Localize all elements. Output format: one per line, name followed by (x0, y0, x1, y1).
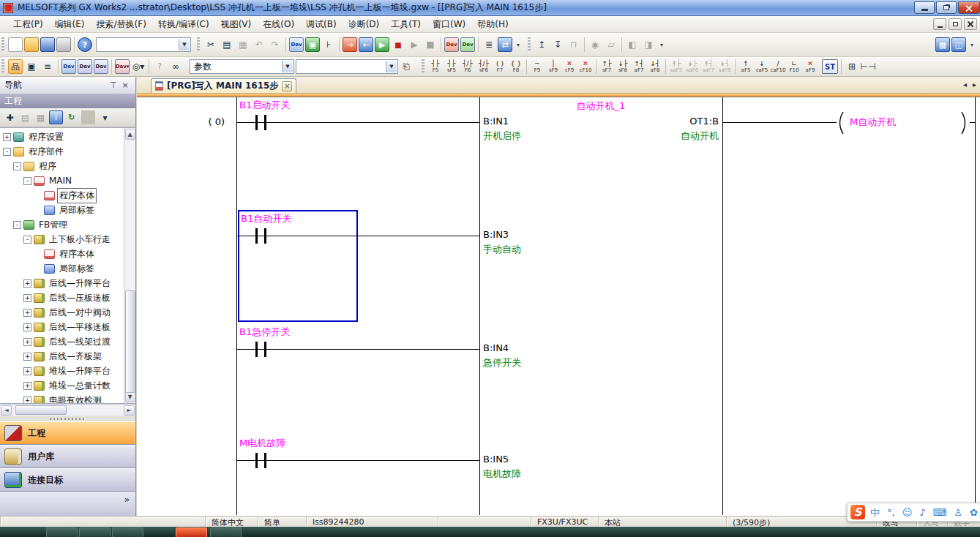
ladder-symbol-button[interactable]: ┤/├sF6 (476, 58, 492, 76)
help-context-icon[interactable]: ? (152, 59, 167, 74)
mic-icon[interactable]: ♪ (919, 508, 925, 517)
toolbar-overflow-icon[interactable]: ▾ (514, 37, 523, 52)
sogou-logo-icon[interactable]: S (850, 505, 865, 519)
fb-instance-title[interactable]: 自动开机_1 (479, 100, 722, 112)
menu-item[interactable]: 调试(B) (300, 16, 343, 33)
tree-expander[interactable]: + (23, 353, 31, 361)
keyboard-icon[interactable]: ⌨ (933, 508, 947, 517)
paste-data-icon[interactable]: ▦ (34, 110, 48, 124)
statement-list-icon[interactable]: ≡ (40, 59, 55, 74)
ladder-symbol-button[interactable] (526, 59, 527, 74)
ladder-symbol-button[interactable]: ↑aF5 (738, 58, 754, 76)
ladder-find-icon[interactable]: ▣ (305, 37, 320, 52)
ladder-symbol-button[interactable]: ↑├sF7 (599, 58, 615, 76)
tree-item[interactable]: - MAIN (0, 173, 124, 188)
tree-item[interactable]: + 后线—升降平台 (0, 276, 124, 290)
edit-line-up-icon[interactable]: ↥ (534, 37, 549, 52)
secondary-combo[interactable]: ▼ (296, 59, 398, 74)
label-window-icon[interactable]: ◫ (951, 37, 966, 52)
tab-scroll-left-icon[interactable]: ◂ (963, 80, 967, 89)
tree-expander[interactable]: + (23, 367, 31, 375)
toolbar-grip[interactable] (422, 59, 424, 74)
ladder-symbol-button[interactable]: ↑┤aF7 (631, 58, 647, 76)
close-button[interactable] (958, 1, 980, 14)
sort-menu-icon[interactable]: ▾ (98, 110, 112, 124)
menu-item[interactable]: 帮助(H) (471, 16, 514, 33)
contact-label[interactable]: B1急停开关 (239, 326, 290, 338)
tree-expander[interactable]: + (3, 133, 11, 141)
ladder-symbol-button[interactable]: ↡├saF6 (684, 58, 700, 76)
tree-item[interactable]: 局部标签 (0, 203, 124, 217)
fb-input-label[interactable]: B:IN3 (483, 229, 509, 241)
panel-collapse-row[interactable]: » (0, 492, 135, 516)
tab-main-program[interactable]: [PRG]写入 MAIN 1615步 × (151, 78, 296, 93)
ladder-symbol-button[interactable]: ↟├saF5 (668, 58, 684, 76)
device-display-menu-icon[interactable]: Dev▾ (115, 59, 130, 74)
toolbar-grip[interactable] (197, 37, 200, 52)
tree-horizontal-scrollbar[interactable]: ◄ ► (0, 404, 135, 416)
menu-item[interactable]: 转换/编译(C) (152, 16, 215, 33)
help-about-icon[interactable]: ? (78, 37, 92, 52)
taskbar-button[interactable] (112, 527, 143, 537)
zoom-comment-icon[interactable]: ◨ (641, 37, 656, 52)
device-registration-icon[interactable]: Dev (460, 37, 475, 52)
tree-item[interactable]: 局部标签 (0, 261, 124, 276)
scroll-right-icon[interactable]: ► (124, 405, 135, 416)
tree-item[interactable]: + 后线—线架过渡 (0, 334, 124, 349)
redo-icon[interactable]: ↷ (268, 37, 283, 52)
scrollbar-thumb[interactable] (15, 405, 67, 415)
ladder-symbol-button[interactable]: ─F9 (529, 58, 545, 76)
tree-item[interactable]: 程序本体 (0, 188, 124, 203)
tree-expander[interactable] (34, 265, 42, 273)
tree-item[interactable]: + 后线—压板送板 (0, 290, 124, 305)
scrollbar-thumb[interactable] (125, 290, 135, 393)
copy-data-icon[interactable]: ▤ (18, 110, 32, 124)
tree-expander[interactable]: - (13, 221, 21, 229)
punctuation-icon[interactable]: °, (887, 508, 895, 517)
menu-item[interactable]: 工具(T) (385, 16, 427, 33)
write-to-plc-icon[interactable]: → (343, 37, 357, 52)
device-memory-icon[interactable]: Dev (78, 59, 92, 74)
monitor-resume-icon[interactable]: ■ (423, 37, 438, 52)
tree-expander[interactable]: + (23, 397, 31, 404)
tree-item[interactable]: + 后线—齐板架 (0, 349, 124, 364)
zoom-ladder-icon[interactable]: ◧ (625, 37, 640, 52)
comment-edit-icon[interactable]: ⊢⊣ (861, 59, 875, 74)
read-from-plc-icon[interactable]: ← (359, 37, 373, 52)
tab-scroll-right-icon[interactable]: ▸ (973, 80, 976, 89)
device-setting-icon[interactable]: Dev (94, 59, 108, 74)
tree-item[interactable]: + 电眼有效检测 (0, 393, 124, 403)
coil-label[interactable]: M自动开机 (850, 116, 896, 128)
ladder-symbol-button[interactable]: ∟F10 (786, 58, 802, 76)
ladder-symbol-button[interactable]: { }F8 (508, 58, 524, 76)
fb-input-label[interactable]: B:IN5 (483, 454, 509, 465)
taskbar-button[interactable] (210, 527, 242, 537)
navigation-toggle-icon[interactable]: 品 (8, 59, 23, 74)
toolbar-grip[interactable] (1, 59, 4, 74)
inline-st-icon[interactable]: ⊞ (845, 59, 859, 74)
ladder-symbol-button[interactable]: ✕cF10 (577, 58, 594, 76)
window-split-icon[interactable]: ▱ (604, 37, 618, 52)
toolbar-grip[interactable] (1, 37, 4, 52)
tree-expander[interactable]: - (3, 148, 11, 156)
menu-item[interactable]: 视图(V) (215, 16, 258, 33)
parameter-combo[interactable]: 参数▼ (190, 59, 294, 74)
menu-item[interactable]: 搜索/替换(F) (91, 16, 152, 33)
nav-button-connection[interactable]: 连接目标 (0, 468, 135, 492)
tree-item[interactable]: + 程序设置 (0, 129, 124, 144)
account-icon[interactable]: ♙ (954, 508, 962, 517)
close-icon[interactable]: × (119, 80, 131, 91)
tree-expander[interactable]: + (23, 309, 31, 317)
tree-item[interactable]: 程序本体 (0, 247, 124, 261)
ladder-symbol-button[interactable]: ↡┤saF8 (717, 58, 733, 76)
menu-item[interactable]: 在线(O) (257, 16, 300, 33)
child-close-button[interactable] (964, 18, 977, 30)
new-data-icon[interactable]: ✚ (3, 110, 17, 124)
save-project-icon[interactable] (40, 37, 55, 52)
tree-item[interactable]: + 后线—平移送板 (0, 320, 124, 334)
restore-button[interactable] (936, 1, 957, 14)
tree-expander[interactable]: + (23, 338, 31, 346)
scroll-down-icon[interactable]: ▼ (125, 391, 135, 402)
new-project-icon[interactable] (8, 37, 23, 52)
ladder-symbol-button[interactable]: │sF9 (545, 58, 561, 76)
